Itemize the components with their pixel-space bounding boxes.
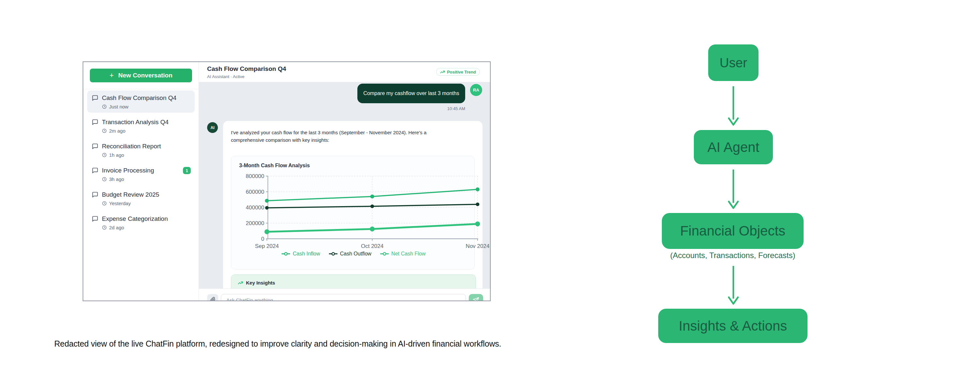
send-icon [473, 297, 479, 301]
conversation-item-transaction-analysis[interactable]: Transaction Analysis Q4 2m ago [87, 115, 195, 137]
conversation-time: 1h ago [109, 152, 124, 158]
conversation-time: Just now [109, 104, 128, 110]
positive-trend-label: Positive Trend [447, 70, 476, 75]
user-message-timestamp: 10:45 AM [357, 106, 465, 111]
message-square-icon [92, 215, 98, 222]
conversation-title: Cash Flow Comparison Q4 [102, 94, 177, 102]
conversation-time: 2d ago [109, 225, 124, 230]
legend-item: Net Cash Flow [380, 251, 426, 257]
legend-marker-icon [329, 252, 338, 256]
sidebar-header: + New Conversation [83, 62, 199, 89]
diagram-node-ai-agent: AI Agent [694, 130, 773, 164]
page: + New Conversation Cash Flow Comparison … [0, 0, 980, 392]
chart-legend: Cash InflowCash OutflowNet Cash Flow [239, 251, 468, 257]
diagram-node-financial-objects: Financial Objects [662, 213, 803, 249]
conversation-time: 3h ago [109, 177, 124, 182]
conversation-title: Invoice Processing [102, 167, 154, 174]
trending-up-icon [440, 70, 445, 75]
positive-trend-badge: Positive Trend [436, 68, 480, 76]
clock-icon [102, 153, 107, 158]
down-arrow-icon [726, 169, 741, 209]
svg-text:200000: 200000 [246, 220, 264, 226]
legend-item: Cash Outflow [329, 251, 371, 257]
chat-panel: Cash Flow Comparison Q4 AI Assistant · A… [199, 62, 490, 301]
svg-text:600000: 600000 [246, 189, 264, 195]
clock-icon [102, 128, 107, 133]
user-message-text: Compare my cashflow over last 3 months [363, 91, 459, 96]
attach-button[interactable] [207, 294, 218, 301]
trending-up-icon [238, 280, 243, 285]
message-square-icon [92, 191, 98, 198]
conversation-item-expense-categorization[interactable]: Expense Categorization 2d ago [87, 211, 195, 234]
svg-text:800000: 800000 [246, 173, 264, 179]
unread-count-badge: 1 [183, 167, 191, 174]
conversation-title: Transaction Analysis Q4 [102, 119, 169, 126]
chat-header: Cash Flow Comparison Q4 AI Assistant · A… [199, 62, 490, 82]
key-insights-title: Key Insights [246, 280, 275, 285]
conversation-time: Yesterday [109, 201, 130, 206]
ai-message-text: I've analyzed your cash flow for the las… [231, 129, 460, 144]
conversation-item-budget-review[interactable]: Budget Review 2025 Yesterday [87, 187, 195, 209]
conversation-item-invoice-processing[interactable]: Invoice Processing 3h ago 1 [87, 163, 195, 185]
paperclip-icon [210, 297, 216, 301]
composer-bar [199, 288, 490, 301]
diagram-node-financial-objects-sublabel: (Accounts, Transactions, Forecasts) [662, 251, 803, 260]
legend-marker-icon [281, 252, 290, 256]
caption-text: Redacted view of the live ChatFin platfo… [54, 339, 501, 349]
ai-message-card: I've analyzed your cash flow for the las… [223, 121, 482, 301]
svg-text:400000: 400000 [246, 204, 264, 211]
chatfin-app-window: + New Conversation Cash Flow Comparison … [83, 61, 491, 301]
user-avatar: RA [470, 84, 482, 96]
conversation-item-reconciliation[interactable]: Reconciliation Report 1h ago [87, 139, 195, 161]
conversation-time: 2m ago [109, 128, 126, 134]
ai-avatar: AI [207, 122, 218, 133]
conversation-list: Cash Flow Comparison Q4 Just now Transac… [83, 89, 199, 234]
message-square-icon [92, 167, 98, 174]
send-button[interactable] [469, 294, 483, 301]
conversation-title: Expense Categorization [102, 215, 168, 223]
message-square-icon [92, 95, 98, 101]
down-arrow-icon [726, 86, 741, 126]
message-square-icon [92, 143, 98, 150]
diagram-node-insights-actions: Insights & Actions [658, 309, 808, 343]
legend-marker-icon [380, 252, 389, 256]
chart-title: 3-Month Cash Flow Analysis [239, 163, 474, 169]
down-arrow-icon [726, 266, 741, 305]
new-conversation-label: New Conversation [118, 72, 172, 79]
clock-icon [102, 177, 107, 182]
svg-text:Sep 2024: Sep 2024 [255, 243, 279, 249]
sidebar: + New Conversation Cash Flow Comparison … [83, 62, 199, 301]
plus-icon: + [110, 72, 114, 79]
legend-item: Cash Inflow [281, 251, 320, 257]
conversation-title: Budget Review 2025 [102, 191, 159, 198]
cashflow-chart-svg: 0200000400000600000800000Sep 2024Oct 202… [239, 172, 484, 250]
conversation-item-cash-flow[interactable]: Cash Flow Comparison Q4 Just now [87, 91, 195, 113]
clock-icon [102, 104, 107, 109]
message-square-icon [92, 119, 98, 126]
cashflow-chart-card: 3-Month Cash Flow Analysis 0200000400000… [231, 156, 475, 269]
conversation-title: Reconciliation Report [102, 143, 161, 150]
new-conversation-button[interactable]: + New Conversation [90, 69, 192, 82]
svg-text:Nov 2024: Nov 2024 [466, 243, 490, 249]
clock-icon [102, 225, 107, 230]
user-message-bubble: Compare my cashflow over last 3 months [357, 84, 465, 103]
svg-text:0: 0 [261, 236, 264, 242]
diagram-node-user: User [708, 45, 759, 81]
clock-icon [102, 201, 107, 206]
svg-text:Oct 2024: Oct 2024 [361, 243, 383, 249]
message-input[interactable] [221, 294, 466, 301]
